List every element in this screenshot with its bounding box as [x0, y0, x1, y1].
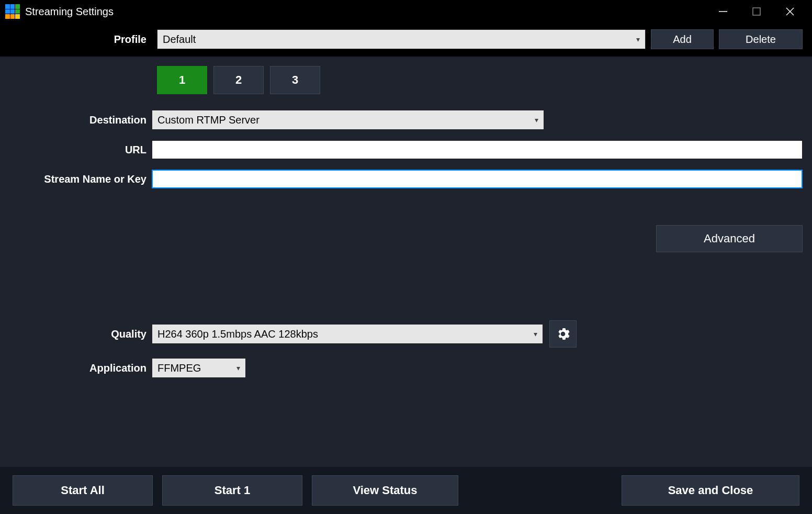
- save-and-close-button[interactable]: Save and Close: [622, 475, 799, 506]
- url-label: URL: [0, 144, 152, 156]
- profile-row: Profile Default ▾ Add Delete: [0, 23, 812, 57]
- application-select[interactable]: FFMPEG ▾: [152, 358, 246, 378]
- tab-2[interactable]: 2: [213, 66, 264, 94]
- window-title: Streaming Settings: [25, 6, 716, 18]
- quality-label: Quality: [0, 328, 152, 340]
- chevron-down-icon: ▾: [534, 330, 537, 338]
- application-label: Application: [0, 362, 152, 374]
- gear-icon: [556, 327, 570, 341]
- profile-label: Profile: [0, 33, 152, 46]
- quality-select[interactable]: H264 360p 1.5mbps AAC 128kbps ▾: [152, 324, 543, 344]
- app-icon: [5, 4, 20, 19]
- tab-3[interactable]: 3: [270, 66, 320, 94]
- stream-tabs: 1 2 3: [157, 66, 812, 94]
- chevron-down-icon: ▾: [236, 364, 240, 372]
- maximize-button[interactable]: [749, 4, 764, 19]
- add-button[interactable]: Add: [651, 29, 714, 49]
- view-status-button[interactable]: View Status: [312, 475, 458, 506]
- destination-value: Custom RTMP Server: [157, 114, 260, 126]
- delete-button[interactable]: Delete: [719, 29, 803, 49]
- svg-rect-1: [753, 8, 760, 15]
- streamkey-input[interactable]: [152, 170, 803, 188]
- chevron-down-icon: ▾: [535, 116, 538, 124]
- profile-select[interactable]: Default ▾: [157, 29, 646, 49]
- chevron-down-icon: ▾: [636, 35, 640, 43]
- quality-settings-button[interactable]: [549, 320, 577, 348]
- destination-select[interactable]: Custom RTMP Server ▾: [152, 110, 544, 130]
- advanced-button[interactable]: Advanced: [656, 225, 803, 252]
- quality-value: H264 360p 1.5mbps AAC 128kbps: [157, 328, 318, 340]
- start-1-button[interactable]: Start 1: [162, 475, 302, 506]
- close-button[interactable]: [783, 4, 797, 19]
- url-input[interactable]: [152, 140, 803, 159]
- footer: Start All Start 1 View Status Save and C…: [0, 467, 812, 514]
- destination-label: Destination: [0, 114, 152, 126]
- tab-1[interactable]: 1: [157, 66, 207, 94]
- start-all-button[interactable]: Start All: [13, 475, 153, 506]
- profile-value: Default: [163, 33, 196, 46]
- application-value: FFMPEG: [157, 362, 201, 374]
- titlebar: Streaming Settings: [0, 0, 812, 23]
- streamkey-label: Stream Name or Key: [0, 173, 152, 185]
- minimize-button[interactable]: [716, 4, 730, 19]
- content: 1 2 3 Destination Custom RTMP Server ▾ U…: [0, 57, 812, 467]
